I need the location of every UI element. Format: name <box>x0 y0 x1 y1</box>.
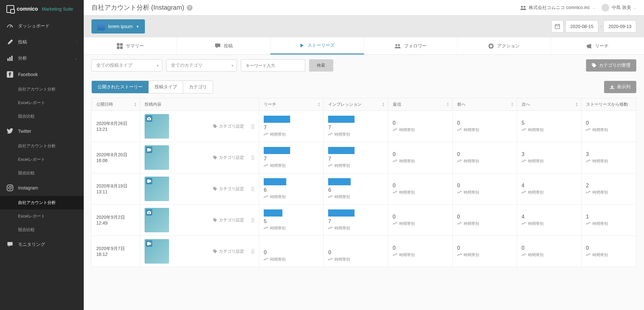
drag-handle[interactable] <box>251 218 254 222</box>
nav-monitoring[interactable]: モニタリング <box>0 237 84 253</box>
th-date[interactable]: 公開日時▲▼ <box>92 98 140 111</box>
manage-category-button[interactable]: カテゴリの管理 <box>586 59 636 72</box>
time-link[interactable]: 時間帯別 <box>522 221 577 227</box>
nav-ig-compare[interactable]: 競合比較 <box>0 223 84 237</box>
drag-handle[interactable] <box>251 187 254 191</box>
time-link[interactable]: 時間帯別 <box>457 252 512 258</box>
story-thumb[interactable] <box>145 208 169 232</box>
nav-tw-excel[interactable]: Excelレポート <box>0 153 84 166</box>
drag-handle[interactable] <box>251 249 254 254</box>
tab-posts[interactable]: 投稿 <box>177 37 270 54</box>
tab-reach[interactable]: リーチ <box>551 37 644 54</box>
user-selector[interactable]: 中島 敦美 ⌄ <box>601 4 636 12</box>
chip-category[interactable]: カテゴリ <box>183 81 213 93</box>
filter-post-type[interactable]: 全ての投稿タイプ <box>91 59 162 72</box>
nav-tw-compare[interactable]: 競合比較 <box>0 166 84 180</box>
category-set[interactable]: カテゴリ設定 <box>213 217 244 223</box>
help-icon[interactable]: ? <box>187 5 193 11</box>
columns-button[interactable]: 表示列 <box>604 81 636 93</box>
time-link[interactable]: 時間帯別 <box>264 163 319 169</box>
time-link[interactable]: 時間帯別 <box>457 127 512 133</box>
calendar-button[interactable] <box>551 20 564 33</box>
time-link[interactable]: 時間帯別 <box>328 226 383 231</box>
tab-summary[interactable]: サマリー <box>84 37 177 54</box>
time-link[interactable]: 時間帯別 <box>393 190 448 195</box>
chip-published[interactable]: 公開されたストーリー <box>92 81 149 93</box>
time-link[interactable]: 時間帯別 <box>457 221 512 227</box>
time-link[interactable]: 時間帯別 <box>586 252 631 258</box>
search-button[interactable]: 検索 <box>309 59 333 72</box>
time-link[interactable]: 時間帯別 <box>328 163 383 169</box>
tab-followers[interactable]: フォロワー <box>364 37 458 54</box>
svg-rect-15 <box>120 43 123 46</box>
cell-exits: 1 時間帯別 <box>581 205 636 236</box>
cell-impressions: 7 時間帯別 <box>324 111 388 142</box>
time-link[interactable]: 時間帯別 <box>264 132 319 137</box>
time-link[interactable]: 時間帯別 <box>393 252 448 258</box>
story-thumb[interactable] <box>145 145 169 170</box>
drag-handle[interactable] <box>251 156 254 160</box>
time-link[interactable]: 時間帯別 <box>264 194 319 200</box>
nav-analysis[interactable]: 分析 ⌄ <box>0 50 84 66</box>
time-link[interactable]: 時間帯別 <box>457 159 512 164</box>
metric-value: 0 <box>586 245 631 251</box>
time-link[interactable]: 時間帯別 <box>393 221 448 227</box>
filter-category[interactable]: 全てのカテゴリ <box>166 59 237 72</box>
th-impressions[interactable]: インプレッション▲▼ <box>324 98 388 111</box>
tab-summary-label: サマリー <box>126 43 144 49</box>
tabs: サマリー 投稿 ストーリーズ フォロワー アクション リーチ <box>84 37 644 55</box>
date-end[interactable]: 2020-09-13 <box>603 20 636 33</box>
nav-instagram[interactable]: Instagram <box>0 180 84 196</box>
nav-ig-excel[interactable]: Excelレポート <box>0 209 84 223</box>
nav-twitter[interactable]: Twitter <box>0 123 84 139</box>
cell-reach: 7 時間帯別 <box>259 111 324 142</box>
th-replies[interactable]: 返信▲▼ <box>388 98 452 111</box>
nav-tw-own[interactable]: 自社アカウント分析 <box>0 139 84 153</box>
story-thumb[interactable] <box>145 177 169 201</box>
th-next[interactable]: 次へ▲▼ <box>517 98 581 111</box>
logo[interactable]: comnico Marketing Suite <box>0 0 84 18</box>
search-input[interactable] <box>241 59 305 72</box>
video-icon <box>146 178 152 184</box>
drag-handle[interactable] <box>251 124 254 129</box>
time-link[interactable]: 時間帯別 <box>457 190 512 195</box>
time-link[interactable]: 時間帯別 <box>586 127 631 133</box>
time-link[interactable]: 時間帯別 <box>393 127 448 133</box>
nav-fb-excel[interactable]: Excelレポート <box>0 96 84 110</box>
time-link[interactable]: 時間帯別 <box>522 252 577 258</box>
time-link[interactable]: 時間帯別 <box>522 190 577 195</box>
time-link[interactable]: 時間帯別 <box>328 257 383 262</box>
nav-ig-own[interactable]: 自社アカウント分析 <box>0 196 84 209</box>
tab-actions[interactable]: アクション <box>458 37 551 54</box>
time-link[interactable]: 時間帯別 <box>586 190 631 195</box>
nav-post[interactable]: 投稿 〈 <box>0 34 84 50</box>
time-link[interactable]: 時間帯別 <box>522 127 577 133</box>
date-start[interactable]: 2020-08-15 <box>565 20 598 33</box>
account-dropdown[interactable]: lorem ipsum ▼ <box>91 19 145 34</box>
metric-value: 1 <box>586 214 631 220</box>
time-link[interactable]: 時間帯別 <box>328 194 383 200</box>
time-link[interactable]: 時間帯別 <box>586 221 631 227</box>
story-thumb[interactable] <box>145 114 169 139</box>
tab-stories[interactable]: ストーリーズ <box>270 37 364 54</box>
chip-post-type[interactable]: 投稿タイプ <box>149 81 183 93</box>
category-set[interactable]: カテゴリ設定 <box>213 186 244 192</box>
time-link[interactable]: 時間帯別 <box>522 159 577 164</box>
org-selector[interactable]: 株式会社コムニコ comnico.inc ⌄ <box>520 5 595 11</box>
time-link[interactable]: 時間帯別 <box>393 159 448 164</box>
time-link[interactable]: 時間帯別 <box>264 257 319 262</box>
time-link[interactable]: 時間帯別 <box>586 159 631 164</box>
time-link[interactable]: 時間帯別 <box>264 226 319 231</box>
nav-dashboard[interactable]: ダッシュボード <box>0 18 84 34</box>
time-link[interactable]: 時間帯別 <box>328 132 383 137</box>
category-set[interactable]: カテゴリ設定 <box>213 248 244 254</box>
nav-fb-compare[interactable]: 競合比較 <box>0 110 84 123</box>
nav-facebook[interactable]: Facebook <box>0 66 84 82</box>
th-back[interactable]: 前へ▲▼ <box>452 98 517 111</box>
category-set[interactable]: カテゴリ設定 <box>213 155 244 160</box>
table-row: 2020年8月20日 16:06 カテゴリ設定 7 時間帯別 7 時間帯別 0 … <box>92 142 636 173</box>
category-set[interactable]: カテゴリ設定 <box>213 123 244 129</box>
story-thumb[interactable] <box>145 239 169 264</box>
th-reach[interactable]: リーチ▲▼ <box>259 98 324 111</box>
nav-fb-own[interactable]: 自社アカウント分析 <box>0 82 84 96</box>
